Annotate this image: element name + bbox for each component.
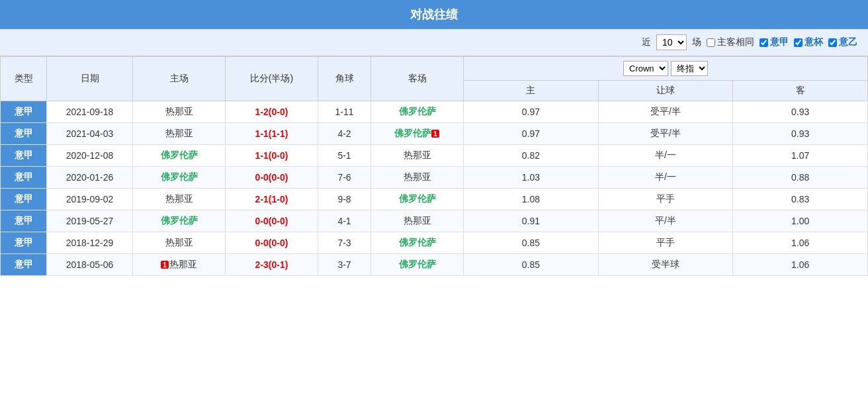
cell-rang: 半/一 [598, 167, 733, 189]
league2-checkbox[interactable] [794, 38, 803, 47]
table-body: 意甲2021-09-18热那亚1-2(0-0)1-11佛罗伦萨0.97受平/半0… [1, 101, 868, 276]
cell-type: 意甲 [1, 210, 47, 232]
cell-away: 佛罗伦萨 [371, 189, 464, 210]
red-badge-icon: 1 [161, 261, 169, 269]
cell-type: 意甲 [1, 167, 47, 189]
cell-home: 佛罗伦萨 [133, 210, 226, 232]
zhi-select[interactable]: 终指 [671, 61, 708, 76]
same-venue-checkbox[interactable] [707, 38, 715, 47]
cell-zhu: 0.82 [464, 145, 599, 167]
cell-zhu: 0.97 [464, 123, 599, 145]
cell-score: 0-0(0-0) [226, 210, 318, 232]
recent-select[interactable]: 5 10 15 20 [656, 34, 687, 50]
cell-date: 2021-04-03 [47, 123, 133, 145]
cell-date: 2021-09-18 [47, 101, 133, 123]
cell-ke: 1.06 [733, 232, 868, 254]
away-team-name: 热那亚 [404, 215, 431, 226]
cell-rang: 平手 [598, 189, 733, 210]
home-team-name: 佛罗伦萨 [161, 150, 198, 160]
col-header-home: 主场 [133, 57, 226, 101]
table-row: 意甲2020-12-08佛罗伦萨1-1(0-0)5-1热那亚0.82半/一1.0… [1, 145, 868, 167]
cell-score: 1-1(1-1) [226, 123, 318, 145]
cell-away: 佛罗伦萨 [371, 232, 464, 254]
cell-corner: 4-2 [318, 123, 371, 145]
cell-home: 佛罗伦萨 [133, 167, 226, 189]
col-header-rang: 让球 [598, 81, 733, 101]
cell-home: 热那亚 [133, 232, 226, 254]
col-header-ke: 客 [733, 81, 868, 101]
cell-date: 2018-12-29 [47, 232, 133, 254]
cell-zhu: 0.85 [464, 254, 599, 276]
cell-ke: 0.93 [733, 101, 868, 123]
home-team-name: 热那亚 [165, 106, 193, 116]
away-team-name: 热那亚 [404, 171, 431, 182]
away-team-name: 佛罗伦萨 [399, 259, 436, 269]
cell-corner: 4-1 [318, 210, 371, 232]
league1-label[interactable]: 意甲 [760, 36, 789, 48]
cell-type: 意甲 [1, 145, 47, 167]
league3-label[interactable]: 意乙 [828, 36, 857, 48]
cell-away: 热那亚 [371, 145, 464, 167]
same-venue-label[interactable]: 主客相同 [707, 36, 754, 48]
cell-rang: 平手 [598, 232, 733, 254]
cell-corner: 3-7 [318, 254, 371, 276]
cell-date: 2020-12-08 [47, 145, 133, 167]
cell-corner: 9-8 [318, 189, 371, 210]
red-badge-icon: 1 [431, 130, 439, 138]
cell-away: 热那亚 [371, 167, 464, 189]
cell-rang: 受半球 [598, 254, 733, 276]
cell-score: 2-1(1-0) [226, 189, 318, 210]
cell-zhu: 1.08 [464, 189, 599, 210]
cell-type: 意甲 [1, 232, 47, 254]
home-team-name: 佛罗伦萨 [161, 215, 198, 226]
cell-rang: 平/半 [598, 210, 733, 232]
away-team-name: 佛罗伦萨 [399, 106, 436, 116]
cell-ke: 0.83 [733, 189, 868, 210]
cell-score: 0-0(0-0) [226, 167, 318, 189]
cell-away: 佛罗伦萨1 [371, 123, 464, 145]
col-header-score: 比分(半场) [226, 57, 318, 101]
court-label: 场 [692, 36, 701, 48]
table-row: 意甲2018-12-29热那亚0-0(0-0)7-3佛罗伦萨0.85平手1.06 [1, 232, 868, 254]
cell-home: 1热那亚 [133, 254, 226, 276]
cell-away: 佛罗伦萨 [371, 254, 464, 276]
away-team-name: 佛罗伦萨 [394, 128, 431, 138]
crown-select[interactable]: Crown [623, 61, 668, 76]
home-team-name: 热那亚 [165, 237, 193, 247]
cell-score: 1-2(0-0) [226, 101, 318, 123]
cell-corner: 1-11 [318, 101, 371, 123]
cell-zhu: 1.03 [464, 167, 599, 189]
away-team-name: 佛罗伦萨 [399, 237, 436, 247]
cell-type: 意甲 [1, 189, 47, 210]
home-team-name: 热那亚 [169, 259, 197, 269]
league3-checkbox[interactable] [828, 38, 837, 47]
col-header-zhu: 主 [464, 81, 599, 101]
cell-corner: 7-3 [318, 232, 371, 254]
cell-home: 热那亚 [133, 189, 226, 210]
cell-ke: 0.88 [733, 167, 868, 189]
league2-label[interactable]: 意杯 [794, 36, 823, 48]
cell-away: 热那亚 [371, 210, 464, 232]
cell-zhu: 0.91 [464, 210, 599, 232]
cell-away: 佛罗伦萨 [371, 101, 464, 123]
cell-score: 0-0(0-0) [226, 232, 318, 254]
page-wrapper: 对战往绩 近 5 10 15 20 场 主客相同 意甲 意杯 意乙 [0, 0, 868, 276]
cell-date: 2019-05-27 [47, 210, 133, 232]
table-row: 意甲2020-01-26佛罗伦萨0-0(0-0)7-6热那亚1.03半/一0.8… [1, 167, 868, 189]
col-header-away: 客场 [371, 57, 464, 101]
col-header-date: 日期 [47, 57, 133, 101]
home-team-name: 佛罗伦萨 [161, 171, 198, 182]
cell-rang: 半/一 [598, 145, 733, 167]
cell-date: 2018-05-06 [47, 254, 133, 276]
cell-home: 佛罗伦萨 [133, 145, 226, 167]
away-team-name: 热那亚 [404, 150, 431, 160]
cell-ke: 1.00 [733, 210, 868, 232]
cell-ke: 1.06 [733, 254, 868, 276]
cell-home: 热那亚 [133, 101, 226, 123]
home-team-name: 热那亚 [165, 193, 193, 204]
cell-score: 1-1(0-0) [226, 145, 318, 167]
cell-zhu: 0.97 [464, 101, 599, 123]
col-header-corner: 角球 [318, 57, 371, 101]
main-table: 类型 日期 主场 比分(半场) 角球 客场 Crown 终指 [0, 56, 868, 276]
league1-checkbox[interactable] [760, 38, 768, 47]
